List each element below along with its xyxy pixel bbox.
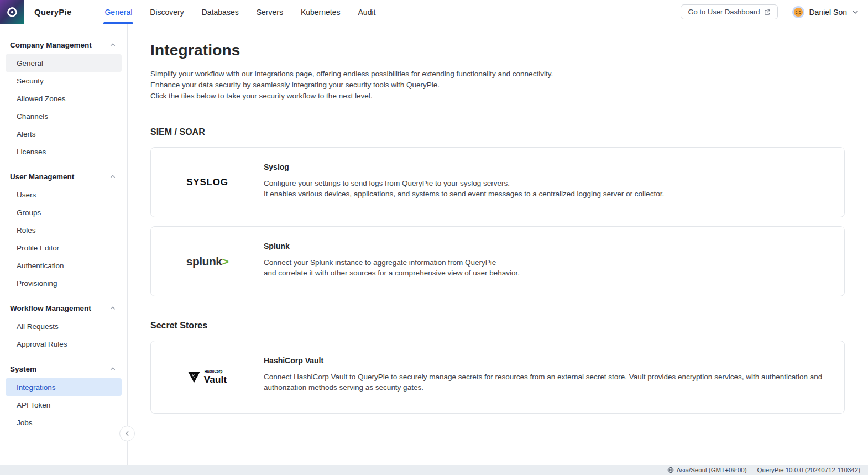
- sidebar-item-alerts[interactable]: Alerts: [6, 125, 122, 143]
- main-content: Integrations Simplify your workflow with…: [128, 24, 868, 465]
- footer-bar: Asia/Seoul (GMT+09:00) QueryPie 10.0.0 (…: [0, 465, 868, 475]
- sidebar-item-authentication[interactable]: Authentication: [6, 257, 122, 274]
- sidebar-section-company-management: Company Management General Security Allo…: [0, 36, 127, 160]
- vault-logo-hashicorp: HashiCorp: [205, 370, 227, 374]
- section-items: Users Groups Roles Profile Editor Authen…: [0, 185, 127, 292]
- sidebar-section-header-system[interactable]: System: [0, 361, 127, 377]
- section-items: All Requests Approval Rules: [0, 316, 127, 353]
- splunk-logo-text: splunk>: [186, 255, 228, 268]
- chevron-up-icon: [109, 305, 116, 311]
- description-line: Configure your settings to send logs fro…: [264, 179, 830, 189]
- splunk-logo: splunk>: [151, 227, 264, 296]
- card-description: Configure your settings to send logs fro…: [264, 179, 830, 200]
- chevron-up-icon: [109, 173, 116, 180]
- card-title: Splunk: [264, 242, 830, 250]
- tab-databases[interactable]: Databases: [193, 0, 248, 24]
- page-intro: Simplify your workflow with our Integrat…: [150, 69, 845, 102]
- querypie-logo[interactable]: [0, 0, 24, 24]
- tab-kubernetes[interactable]: Kubernetes: [292, 0, 349, 24]
- card-description: Connect HashiCorp Vault to QueryPie to s…: [264, 372, 830, 393]
- vault-triangle-icon: [188, 372, 200, 383]
- section-heading-secret-stores: Secret Stores: [150, 321, 845, 331]
- card-body: Syslog Configure your settings to send l…: [264, 148, 844, 217]
- sidebar-item-profile-editor[interactable]: Profile Editor: [6, 239, 122, 257]
- tab-general[interactable]: General: [96, 0, 141, 24]
- intro-line: Click the tiles below to take your secur…: [150, 91, 845, 102]
- chevron-down-icon[interactable]: [851, 8, 859, 16]
- chevron-up-icon: [109, 41, 116, 48]
- chevron-up-icon: [109, 366, 116, 372]
- timezone-block: Asia/Seoul (GMT+09:00): [667, 467, 747, 473]
- section-title: Workflow Management: [10, 304, 91, 312]
- integration-card-syslog[interactable]: SYSLOG Syslog Configure your settings to…: [150, 147, 845, 217]
- section-title: System: [10, 365, 36, 373]
- sidebar-item-users[interactable]: Users: [6, 186, 122, 203]
- intro-line: Enhance your data security by seamlessly…: [150, 80, 845, 91]
- integration-card-hashicorp-vault[interactable]: HashiCorp Vault HashiCorp Vault Connect …: [150, 341, 845, 414]
- primary-tabs: General Discovery Databases Servers Kube…: [96, 0, 384, 24]
- sidebar-item-api-token[interactable]: API Token: [6, 396, 122, 414]
- tab-servers[interactable]: Servers: [248, 0, 292, 24]
- tab-audit[interactable]: Audit: [349, 0, 385, 24]
- sidebar-item-all-requests[interactable]: All Requests: [6, 317, 122, 335]
- sidebar-item-provisioning[interactable]: Provisioning: [6, 274, 122, 292]
- sidebar-item-general[interactable]: General: [6, 54, 122, 72]
- sidebar-item-roles[interactable]: Roles: [6, 221, 122, 239]
- top-nav: QueryPie General Discovery Databases Ser…: [0, 0, 868, 24]
- splunk-logo-arrow: >: [222, 255, 228, 268]
- integration-card-splunk[interactable]: splunk> Splunk Connect your Splunk insta…: [150, 226, 845, 296]
- card-title: HashiCorp Vault: [264, 356, 830, 365]
- chevron-left-icon: [124, 430, 130, 437]
- sidebar-section-user-management: User Management Users Groups Roles Profi…: [0, 168, 127, 292]
- sidebar-item-licenses[interactable]: Licenses: [6, 143, 122, 160]
- section-title: Company Management: [10, 41, 92, 49]
- sidebar-item-integrations[interactable]: Integrations: [6, 378, 122, 396]
- timezone-text: Asia/Seoul (GMT+09:00): [677, 467, 747, 473]
- description-line: and correlate it with other sources for …: [264, 268, 830, 279]
- vault-logo-text: HashiCorp Vault: [204, 370, 227, 384]
- avatar-emoji-icon: [793, 7, 803, 17]
- description-line: It enables various devices, applications…: [264, 189, 830, 200]
- sidebar-item-security[interactable]: Security: [6, 72, 122, 90]
- sidebar-collapse-button[interactable]: [119, 426, 135, 441]
- hashicorp-vault-logo: HashiCorp Vault: [151, 341, 264, 413]
- card-title: Syslog: [264, 163, 830, 171]
- section-items: General Security Allowed Zones Channels …: [0, 53, 127, 160]
- go-to-user-dashboard-button[interactable]: Go to User Dashboard: [681, 4, 777, 19]
- page-title: Integrations: [150, 41, 845, 59]
- card-description: Connect your Splunk instance to aggregat…: [264, 258, 830, 279]
- sidebar-item-approval-rules[interactable]: Approval Rules: [6, 335, 122, 353]
- intro-line: Simplify your workflow with our Integrat…: [150, 69, 845, 80]
- vault-logo-word: Vault: [204, 375, 227, 384]
- brand-name: QueryPie: [34, 7, 71, 17]
- sidebar-section-workflow-management: Workflow Management All Requests Approva…: [0, 300, 127, 353]
- sidebar-item-jobs[interactable]: Jobs: [6, 414, 122, 431]
- querypie-logo-icon: [6, 6, 19, 19]
- version-text: QueryPie 10.0.0 (20240712-110342): [757, 467, 860, 473]
- syslog-logo: SYSLOG: [151, 148, 264, 217]
- header-divider: [83, 6, 83, 18]
- header-right: Go to User Dashboard Daniel Son: [681, 4, 868, 19]
- tab-discovery[interactable]: Discovery: [141, 0, 192, 24]
- section-items: Integrations API Token Jobs: [0, 377, 127, 431]
- sidebar-item-allowed-zones[interactable]: Allowed Zones: [6, 90, 122, 107]
- globe-icon: [667, 467, 674, 473]
- sidebar-section-header-workflow-management[interactable]: Workflow Management: [0, 300, 127, 316]
- user-name[interactable]: Daniel Son: [809, 8, 848, 17]
- sidebar: Company Management General Security Allo…: [0, 24, 128, 465]
- section-title: User Management: [10, 173, 74, 181]
- sidebar-section-system: System Integrations API Token Jobs: [0, 361, 127, 431]
- card-body: Splunk Connect your Splunk instance to a…: [264, 227, 844, 296]
- user-avatar[interactable]: [792, 6, 804, 18]
- sidebar-item-channels[interactable]: Channels: [6, 107, 122, 125]
- syslog-logo-text: SYSLOG: [186, 177, 228, 188]
- sidebar-section-header-user-management[interactable]: User Management: [0, 168, 127, 185]
- section-heading-siem-soar: SIEM / SOAR: [150, 127, 845, 137]
- card-body: HashiCorp Vault Connect HashiCorp Vault …: [264, 341, 844, 413]
- external-link-icon: [764, 9, 771, 15]
- description-line: Connect your Splunk instance to aggregat…: [264, 258, 830, 268]
- sidebar-item-groups[interactable]: Groups: [6, 203, 122, 221]
- description-line: Connect HashiCorp Vault to QueryPie to s…: [264, 372, 830, 393]
- sidebar-section-header-company-management[interactable]: Company Management: [0, 36, 127, 53]
- go-to-user-dashboard-label: Go to User Dashboard: [688, 8, 760, 16]
